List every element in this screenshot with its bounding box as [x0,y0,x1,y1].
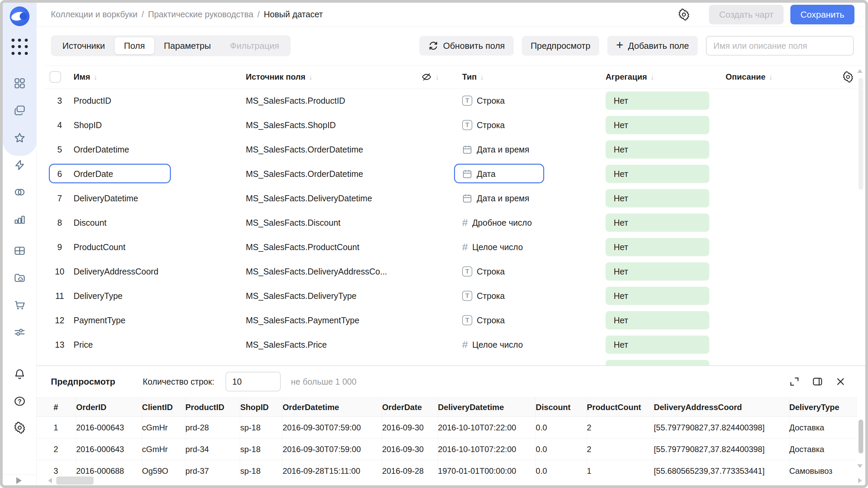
field-row[interactable]: 6OrderDateMS_SalesFacts.OrderDatetimeДат… [45,162,862,186]
field-aggregation[interactable]: Нет [606,284,709,308]
field-name[interactable]: Price [74,332,236,357]
field-name[interactable]: OrderDatetime [74,137,236,162]
column-header-description[interactable]: Описание↓ [726,66,773,88]
help-icon[interactable]: ? [14,395,26,407]
field-source[interactable]: MS_SalesFacts.OrderDatetime [246,137,422,162]
datalens-logo[interactable] [10,6,29,26]
favorites-star-icon[interactable] [14,132,26,144]
column-header-name[interactable]: Имя↓ [74,66,98,88]
charts-icon[interactable] [14,213,26,225]
field-row[interactable]: 10DeliveryAddressCoordMS_SalesFacts.Deli… [45,259,862,284]
services-grid-icon[interactable] [12,39,28,55]
field-row[interactable]: 11DeliveryTypeMS_SalesFacts.DeliveryType… [45,284,862,308]
create-chart-button[interactable]: Создать чарт [709,5,784,24]
field-aggregation[interactable]: Нет [606,308,709,332]
aggregation-badge[interactable]: Нет [606,262,709,281]
fields-scrollbar-thumb[interactable] [859,78,863,190]
expand-sidebar-arrow[interactable] [16,477,22,484]
field-source[interactable]: MS_SalesFacts.DeliveryAddressCo... [246,259,422,284]
field-aggregation[interactable]: Нет [606,210,709,235]
field-name[interactable]: DeliveryType [74,284,236,308]
field-aggregation[interactable]: Нет [606,259,709,284]
field-name[interactable]: Discount [74,210,236,235]
storage-folder-icon[interactable] [14,272,26,284]
field-type[interactable]: Дата и время [462,137,605,162]
aggregation-badge[interactable]: Нет [606,116,709,134]
aggregation-badge[interactable]: Нет [606,92,709,110]
field-type[interactable]: #Дробное число [462,210,605,235]
aggregation-badge[interactable]: Нет [606,140,709,159]
scroll-down-arrow[interactable] [857,464,863,468]
settings-gear-icon[interactable] [14,422,26,434]
breadcrumb-item[interactable]: Практические руководства [148,9,253,19]
field-type[interactable]: TСтрока [462,308,605,332]
field-name[interactable]: DeliveryAddressCoord [74,259,236,284]
field-aggregation[interactable]: Нет [606,186,709,210]
row-count-input[interactable] [225,372,281,391]
tab-sources[interactable]: Источники [53,37,115,54]
field-name[interactable]: ShopID [74,113,236,137]
field-type[interactable]: TСтрока [462,113,605,137]
tab-fields[interactable]: Поля [115,37,155,54]
field-name[interactable]: ProductID [74,88,236,113]
tab-filtering[interactable]: Фильтрация [220,37,289,54]
field-aggregation[interactable]: Нет [606,162,709,186]
field-row[interactable]: 7DeliveryDatetimeMS_SalesFacts.DeliveryD… [45,186,862,210]
field-aggregation[interactable]: Нет [606,88,709,113]
marketplace-cart-icon[interactable] [14,299,26,311]
column-header-aggregation[interactable]: Агрегация↓ [606,66,654,88]
select-all-checkbox[interactable] [50,66,61,88]
field-type[interactable]: Дата и время [462,186,605,210]
field-aggregation[interactable]: Нет [606,137,709,162]
field-name[interactable]: PaymentType [74,308,236,332]
save-button[interactable]: Сохранить [790,5,854,24]
field-type[interactable]: #Целое число [462,332,605,357]
field-aggregation[interactable]: Нет [606,113,709,137]
hscroll-right-arrow[interactable] [858,478,862,483]
field-source[interactable]: MS_SalesFacts.ShopID [246,113,422,137]
field-row[interactable]: 8DiscountMS_SalesFacts.Discount#Дробное … [45,210,862,235]
aggregation-badge[interactable]: Нет [606,165,709,183]
column-header-type[interactable]: Тип↓ [462,66,484,88]
dataset-settings-gear-icon[interactable] [678,8,690,21]
aggregation-badge[interactable]: Нет [606,311,709,329]
aggregation-badge[interactable]: Нет [606,336,709,354]
field-row[interactable]: 4ShopIDMS_SalesFacts.ShopIDTСтрокаНет [45,113,862,137]
preview-scrollbar-thumb[interactable] [859,420,863,453]
field-source[interactable]: MS_SalesFacts.ProductCount [246,235,422,259]
field-source[interactable]: MS_SalesFacts.DeliveryDatetime [246,186,422,210]
field-search-input[interactable] [706,36,854,56]
update-fields-button[interactable]: Обновить поля [419,36,514,56]
field-row[interactable]: 5OrderDatetimeMS_SalesFacts.OrderDatetim… [45,137,862,162]
column-header-source[interactable]: Источник поля↓ [246,66,313,88]
field-source[interactable]: MS_SalesFacts.Price [246,332,422,357]
scroll-up-arrow[interactable] [857,69,863,73]
column-header-hidden[interactable]: ↓ [421,66,439,88]
field-aggregation[interactable]: Нет [606,235,709,259]
aggregation-badge[interactable]: Нет [606,189,709,207]
field-type[interactable]: TСтрока [462,284,605,308]
field-source[interactable]: MS_SalesFacts.OrderDatetime [246,162,422,186]
connections-icon[interactable] [14,186,26,198]
expand-preview-icon[interactable] [789,376,800,387]
hscroll-left-arrow[interactable] [48,478,52,483]
preview-toggle-button[interactable]: Предпросмотр [522,36,599,56]
tab-parameters[interactable]: Параметры [154,37,220,54]
breadcrumb-item[interactable]: Коллекции и воркбуки [51,9,138,19]
aggregation-badge[interactable]: Нет [606,238,709,256]
field-name[interactable]: DeliveryDatetime [74,186,236,210]
collections-icon[interactable] [14,104,26,116]
add-field-button[interactable]: + Добавить поле [607,36,698,56]
close-preview-icon[interactable] [835,376,846,387]
field-name[interactable]: ProductCount [74,235,236,259]
field-source[interactable]: MS_SalesFacts.DeliveryType [246,284,422,308]
notifications-bell-icon[interactable] [14,368,26,380]
field-row[interactable]: 9ProductCountMS_SalesFacts.ProductCount#… [45,235,862,259]
field-row[interactable]: 13PriceMS_SalesFacts.Price#Целое числоНе… [45,332,862,357]
field-type[interactable]: TСтрока [462,259,605,284]
column-settings-gear-icon[interactable] [842,66,854,88]
field-type[interactable]: #Целое число [462,235,605,259]
settings-sliders-icon[interactable] [14,326,26,338]
field-row[interactable]: 3ProductIDMS_SalesFacts.ProductIDTСтрока… [45,88,862,113]
field-row[interactable]: 12PaymentTypeMS_SalesFacts.PaymentTypeTС… [45,308,862,332]
